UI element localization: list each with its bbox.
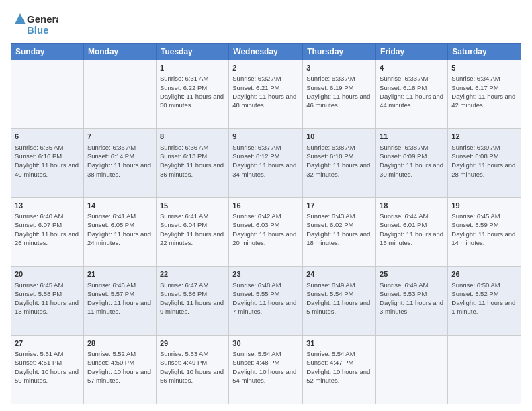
day-info: Sunrise: 5:54 AM Sunset: 4:48 PM Dayligh…: [232, 349, 299, 385]
calendar-cell: 12Sunrise: 6:39 AM Sunset: 6:08 PM Dayli…: [448, 129, 521, 197]
day-info: Sunrise: 6:34 AM Sunset: 6:17 PM Dayligh…: [451, 74, 517, 109]
day-info: Sunrise: 6:36 AM Sunset: 6:14 PM Dayligh…: [87, 143, 152, 179]
day-info: Sunrise: 6:45 AM Sunset: 5:58 PM Dayligh…: [15, 281, 80, 316]
day-number: 27: [15, 338, 80, 349]
header-tuesday: Tuesday: [156, 44, 228, 60]
day-number: 28: [87, 338, 152, 349]
calendar-cell: 14Sunrise: 6:41 AM Sunset: 6:05 PM Dayli…: [83, 197, 156, 266]
day-info: Sunrise: 6:49 AM Sunset: 5:53 PM Dayligh…: [380, 281, 444, 316]
day-info: Sunrise: 6:49 AM Sunset: 5:54 PM Dayligh…: [306, 281, 372, 316]
day-number: 10: [306, 132, 372, 142]
header-sunday: Sunday: [11, 44, 84, 60]
day-number: 2: [232, 63, 299, 73]
day-info: Sunrise: 6:41 AM Sunset: 6:04 PM Dayligh…: [160, 212, 225, 247]
day-info: Sunrise: 6:33 AM Sunset: 6:19 PM Dayligh…: [306, 74, 372, 109]
calendar-cell: 11Sunrise: 6:38 AM Sunset: 6:09 PM Dayli…: [376, 129, 448, 197]
day-info: Sunrise: 6:50 AM Sunset: 5:52 PM Dayligh…: [451, 281, 517, 316]
calendar-cell: 2Sunrise: 6:32 AM Sunset: 6:21 PM Daylig…: [229, 60, 303, 129]
svg-marker-0: [15, 13, 26, 24]
day-info: Sunrise: 6:45 AM Sunset: 5:59 PM Dayligh…: [451, 212, 517, 247]
calendar-row-0: 1Sunrise: 6:31 AM Sunset: 6:22 PM Daylig…: [11, 60, 521, 129]
calendar-cell: [448, 335, 521, 404]
day-number: 21: [87, 269, 152, 279]
page-header: GeneralBlue: [11, 11, 521, 38]
day-number: 25: [380, 269, 444, 279]
day-info: Sunrise: 6:33 AM Sunset: 6:18 PM Dayligh…: [380, 74, 444, 109]
day-number: 24: [306, 269, 372, 279]
day-number: 6: [15, 132, 80, 142]
day-number: 4: [380, 63, 444, 73]
day-info: Sunrise: 6:41 AM Sunset: 6:05 PM Dayligh…: [87, 212, 152, 247]
day-number: 12: [451, 132, 517, 142]
calendar-cell: 24Sunrise: 6:49 AM Sunset: 5:54 PM Dayli…: [303, 267, 376, 335]
day-info: Sunrise: 6:35 AM Sunset: 6:16 PM Dayligh…: [15, 143, 80, 179]
calendar-cell: 9Sunrise: 6:37 AM Sunset: 6:12 PM Daylig…: [229, 129, 303, 197]
calendar-table: SundayMondayTuesdayWednesdayThursdayFrid…: [11, 43, 521, 404]
calendar-cell: 3Sunrise: 6:33 AM Sunset: 6:19 PM Daylig…: [303, 60, 376, 129]
calendar-cell: 4Sunrise: 6:33 AM Sunset: 6:18 PM Daylig…: [376, 60, 448, 129]
svg-text:General: General: [27, 13, 58, 25]
calendar-cell: 5Sunrise: 6:34 AM Sunset: 6:17 PM Daylig…: [448, 60, 521, 129]
day-number: 13: [15, 201, 80, 211]
calendar-cell: 19Sunrise: 6:45 AM Sunset: 5:59 PM Dayli…: [448, 197, 521, 266]
calendar-row-1: 6Sunrise: 6:35 AM Sunset: 6:16 PM Daylig…: [11, 129, 521, 197]
calendar-cell: 16Sunrise: 6:42 AM Sunset: 6:03 PM Dayli…: [229, 197, 303, 266]
day-number: 19: [451, 201, 517, 211]
day-number: 29: [160, 338, 225, 349]
day-info: Sunrise: 5:53 AM Sunset: 4:49 PM Dayligh…: [160, 349, 225, 385]
calendar-cell: 31Sunrise: 5:54 AM Sunset: 4:47 PM Dayli…: [303, 335, 376, 404]
header-wednesday: Wednesday: [229, 44, 303, 60]
day-info: Sunrise: 5:54 AM Sunset: 4:47 PM Dayligh…: [306, 349, 372, 385]
calendar-row-2: 13Sunrise: 6:40 AM Sunset: 6:07 PM Dayli…: [11, 197, 521, 266]
day-number: 23: [232, 269, 299, 279]
day-info: Sunrise: 6:38 AM Sunset: 6:09 PM Dayligh…: [380, 143, 444, 179]
calendar-cell: 27Sunrise: 5:51 AM Sunset: 4:51 PM Dayli…: [11, 335, 84, 404]
day-info: Sunrise: 5:51 AM Sunset: 4:51 PM Dayligh…: [15, 349, 80, 385]
calendar-cell: 7Sunrise: 6:36 AM Sunset: 6:14 PM Daylig…: [83, 129, 156, 197]
day-info: Sunrise: 6:39 AM Sunset: 6:08 PM Dayligh…: [451, 143, 517, 179]
day-number: 22: [160, 269, 225, 279]
day-info: Sunrise: 6:32 AM Sunset: 6:21 PM Dayligh…: [232, 74, 299, 109]
day-info: Sunrise: 6:36 AM Sunset: 6:13 PM Dayligh…: [160, 143, 225, 179]
day-number: 16: [232, 201, 299, 211]
header-saturday: Saturday: [448, 44, 521, 60]
day-info: Sunrise: 6:48 AM Sunset: 5:55 PM Dayligh…: [232, 281, 299, 316]
day-number: 30: [232, 338, 299, 349]
header-friday: Friday: [376, 44, 448, 60]
day-number: 7: [87, 132, 152, 142]
calendar-cell: 18Sunrise: 6:44 AM Sunset: 6:01 PM Dayli…: [376, 197, 448, 266]
calendar-header-row: SundayMondayTuesdayWednesdayThursdayFrid…: [11, 44, 521, 60]
day-info: Sunrise: 6:40 AM Sunset: 6:07 PM Dayligh…: [15, 212, 80, 247]
day-info: Sunrise: 6:38 AM Sunset: 6:10 PM Dayligh…: [306, 143, 372, 179]
calendar-cell: 26Sunrise: 6:50 AM Sunset: 5:52 PM Dayli…: [448, 267, 521, 335]
day-info: Sunrise: 6:44 AM Sunset: 6:01 PM Dayligh…: [380, 212, 444, 247]
calendar-row-3: 20Sunrise: 6:45 AM Sunset: 5:58 PM Dayli…: [11, 267, 521, 335]
calendar-cell: 8Sunrise: 6:36 AM Sunset: 6:13 PM Daylig…: [156, 129, 228, 197]
calendar-cell: 22Sunrise: 6:47 AM Sunset: 5:56 PM Dayli…: [156, 267, 228, 335]
day-number: 8: [160, 132, 225, 142]
calendar-cell: 13Sunrise: 6:40 AM Sunset: 6:07 PM Dayli…: [11, 197, 84, 266]
day-info: Sunrise: 6:42 AM Sunset: 6:03 PM Dayligh…: [232, 212, 299, 247]
header-thursday: Thursday: [303, 44, 376, 60]
calendar-cell: 21Sunrise: 6:46 AM Sunset: 5:57 PM Dayli…: [83, 267, 156, 335]
day-number: 20: [15, 269, 80, 279]
day-number: 5: [451, 63, 517, 73]
day-number: 17: [306, 201, 372, 211]
calendar-cell: [11, 60, 84, 129]
day-info: Sunrise: 6:31 AM Sunset: 6:22 PM Dayligh…: [160, 74, 225, 109]
logo-svg: GeneralBlue: [11, 11, 58, 38]
calendar-cell: [376, 335, 448, 404]
day-info: Sunrise: 6:43 AM Sunset: 6:02 PM Dayligh…: [306, 212, 372, 247]
calendar-cell: 23Sunrise: 6:48 AM Sunset: 5:55 PM Dayli…: [229, 267, 303, 335]
day-number: 3: [306, 63, 372, 73]
calendar-cell: 17Sunrise: 6:43 AM Sunset: 6:02 PM Dayli…: [303, 197, 376, 266]
calendar-cell: 29Sunrise: 5:53 AM Sunset: 4:49 PM Dayli…: [156, 335, 228, 404]
day-info: Sunrise: 6:47 AM Sunset: 5:56 PM Dayligh…: [160, 281, 225, 316]
day-number: 11: [380, 132, 444, 142]
day-number: 9: [232, 132, 299, 142]
day-number: 31: [306, 338, 372, 349]
calendar-cell: 28Sunrise: 5:52 AM Sunset: 4:50 PM Dayli…: [83, 335, 156, 404]
day-number: 26: [451, 269, 517, 279]
calendar-cell: 15Sunrise: 6:41 AM Sunset: 6:04 PM Dayli…: [156, 197, 228, 266]
calendar-row-4: 27Sunrise: 5:51 AM Sunset: 4:51 PM Dayli…: [11, 335, 521, 404]
